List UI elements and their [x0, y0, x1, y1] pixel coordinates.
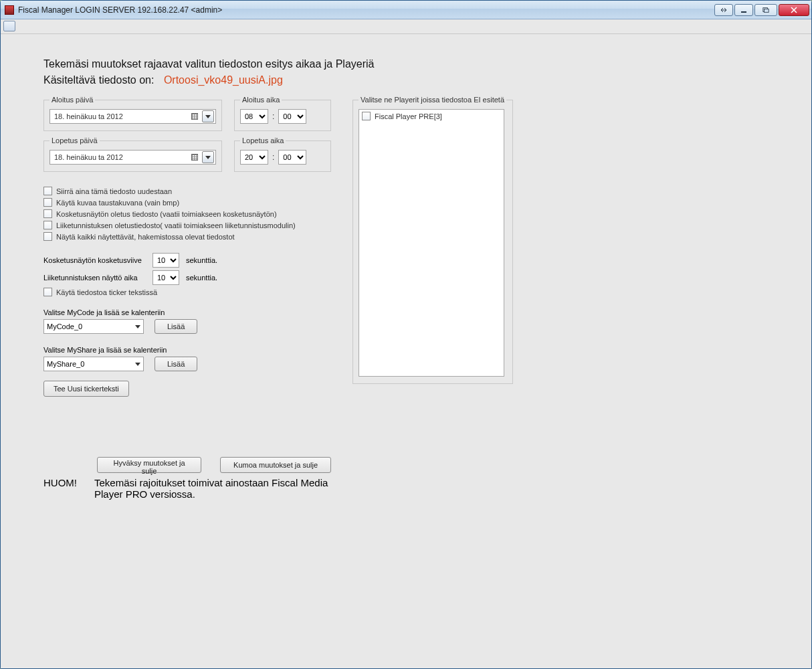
player-item-label: Fiscal Player PRE[3]	[375, 112, 442, 120]
check-motion-default[interactable]: Liiketunnistuksen oletustiedosto( vaatii…	[43, 221, 331, 229]
heading-line1: Tekemäsi muutokset rajaavat valitun tied…	[43, 58, 769, 70]
start-date-legend: Aloitus päivä	[49, 96, 95, 104]
end-time-legend: Lopetus aika	[240, 136, 286, 145]
content-area: Tekemäsi muutokset rajaavat valitun tied…	[1, 34, 811, 668]
players-legend: Valitse ne Playerit joissa tiedostoa EI …	[359, 96, 506, 104]
checkbox-icon	[43, 209, 52, 218]
time-separator: :	[272, 112, 274, 121]
checkbox-icon	[362, 112, 371, 120]
close-button[interactable]	[779, 4, 809, 16]
start-hour-select[interactable]: 08	[240, 109, 268, 124]
heading-line2: Käsiteltävä tiedosto on: Ortoosi_vko49_u…	[43, 74, 769, 86]
time-separator: :	[272, 153, 274, 162]
end-hour-select[interactable]: 20	[240, 150, 268, 165]
mdi-system-icon[interactable]	[3, 21, 15, 31]
myshare-add-button[interactable]: Lisää	[155, 357, 197, 371]
players-group: Valitse ne Playerit joissa tiedostoa EI …	[352, 96, 513, 384]
check-label: Käytä kuvaa taustakuvana (vain bmp)	[56, 199, 179, 207]
new-ticker-button[interactable]: Tee Uusi tickerteksti	[43, 381, 129, 397]
touch-delay-unit: sekunttia.	[186, 256, 217, 264]
start-date-dropdown[interactable]	[202, 110, 214, 122]
end-date-dropdown[interactable]	[202, 151, 214, 163]
checkbox-icon	[43, 221, 52, 229]
start-date-picker[interactable]: 18. heinäkuu ta 2012	[49, 109, 216, 124]
maximize-icon	[763, 7, 769, 13]
end-date-value: 18. heinäkuu ta 2012	[54, 153, 190, 161]
players-list[interactable]: Fiscal Player PRE[3]	[359, 109, 504, 377]
motion-time-select[interactable]: 10	[153, 270, 179, 285]
minimize-button[interactable]	[734, 4, 753, 16]
left-column: Aloitus päivä 18. heinäkuu ta 2012 Aloit…	[43, 96, 331, 500]
cancel-button[interactable]: Kumoa muutokset ja sulje	[220, 457, 331, 473]
start-date-group: Aloitus päivä 18. heinäkuu ta 2012	[43, 96, 222, 131]
arrows-icon	[720, 7, 727, 13]
start-date-value: 18. heinäkuu ta 2012	[54, 112, 190, 120]
check-background-bmp[interactable]: Käytä kuvaa taustakuvana (vain bmp)	[43, 198, 331, 207]
calendar-icon	[190, 153, 199, 162]
window-buttons	[713, 4, 809, 16]
chevron-down-icon	[135, 325, 140, 328]
checkbox-icon	[43, 232, 52, 241]
chevron-down-icon	[205, 115, 211, 118]
note-text: Tekemäsi rajoitukset toimivat ainostaan …	[94, 477, 331, 500]
end-date-group: Lopetus päivä 18. heinäkuu ta 2012	[43, 136, 222, 172]
check-label: Siirrä aina tämä tiedosto uudestaan	[56, 187, 172, 195]
start-minute-select[interactable]: 00	[278, 109, 306, 124]
note-label: HUOM!	[43, 477, 77, 500]
check-touch-default[interactable]: Kosketusnäytön oletus tiedosto (vaatii t…	[43, 209, 331, 218]
svg-rect-2	[765, 9, 769, 12]
touch-delay-row: Kosketusnäytön kosketusviive 10 sekuntti…	[43, 253, 331, 268]
checkbox-icon	[43, 187, 52, 195]
myshare-label: Valitse MyShare ja lisää se kalenteriin	[43, 346, 331, 354]
maximize-button[interactable]	[754, 4, 777, 16]
help-button[interactable]	[714, 4, 733, 16]
end-time-group: Lopetus aika 20 : 00	[234, 136, 331, 172]
chevron-down-icon	[135, 363, 140, 366]
touch-delay-select[interactable]: 10	[153, 253, 179, 268]
check-show-all[interactable]: Näytä kaikki näytettävät, hakemistossa o…	[43, 232, 331, 241]
mycode-add-button[interactable]: Lisää	[155, 319, 197, 334]
myshare-value: MyShare_0	[47, 360, 135, 368]
motion-time-label: Liiketunnistuksen näyttö aika	[43, 274, 147, 282]
mycode-select[interactable]: MyCode_0	[43, 319, 144, 334]
end-date-picker[interactable]: 18. heinäkuu ta 2012	[49, 150, 216, 165]
right-column: Valitse ne Playerit joissa tiedostoa EI …	[352, 96, 513, 384]
app-window: Fiscal Manager LOGIN SERVER 192.168.22.4…	[0, 0, 812, 669]
check-ticker-text[interactable]: Käytä tiedostoa ticker tekstissä	[43, 288, 331, 296]
check-label: Käytä tiedostoa ticker tekstissä	[56, 288, 157, 296]
start-time-group: Aloitus aika 08 : 00	[234, 96, 331, 131]
svg-rect-0	[741, 11, 746, 13]
minimize-icon	[740, 7, 747, 13]
motion-time-unit: sekunttia.	[186, 274, 217, 282]
myshare-select[interactable]: MyShare_0	[43, 357, 144, 371]
window-title: Fiscal Manager LOGIN SERVER 192.168.22.4…	[18, 5, 222, 15]
calendar-icon	[190, 112, 199, 121]
touch-delay-label: Kosketusnäytön kosketusviive	[43, 256, 147, 264]
chevron-down-icon	[205, 156, 211, 159]
check-label: Näytä kaikki näytettävät, hakemistossa o…	[56, 233, 235, 241]
file-name: Ortoosi_vko49_uusiA.jpg	[164, 74, 283, 86]
accept-button[interactable]: Hyväksy muutokset ja sulje	[97, 457, 201, 473]
end-minute-select[interactable]: 00	[278, 150, 306, 165]
player-item[interactable]: Fiscal Player PRE[3]	[362, 112, 501, 120]
checkbox-icon	[43, 198, 52, 207]
start-time-legend: Aloitus aika	[240, 96, 282, 104]
titlebar: Fiscal Manager LOGIN SERVER 192.168.22.4…	[1, 1, 811, 19]
end-date-legend: Lopetus päivä	[49, 136, 100, 145]
file-label: Käsiteltävä tiedosto on:	[43, 74, 154, 86]
checkbox-icon	[43, 288, 52, 296]
mycode-label: Valitse MyCode ja lisää se kalenteriin	[43, 308, 331, 316]
check-label: Liiketunnistuksen oletustiedosto( vaatii…	[56, 221, 296, 229]
close-icon	[791, 7, 797, 13]
mycode-value: MyCode_0	[47, 322, 135, 330]
motion-time-row: Liiketunnistuksen näyttö aika 10 sekuntt…	[43, 270, 331, 285]
mdi-bar	[1, 19, 811, 34]
check-transfer-again[interactable]: Siirrä aina tämä tiedosto uudestaan	[43, 187, 331, 195]
app-icon	[5, 5, 14, 15]
check-label: Kosketusnäytön oletus tiedosto (vaatii t…	[56, 210, 277, 218]
